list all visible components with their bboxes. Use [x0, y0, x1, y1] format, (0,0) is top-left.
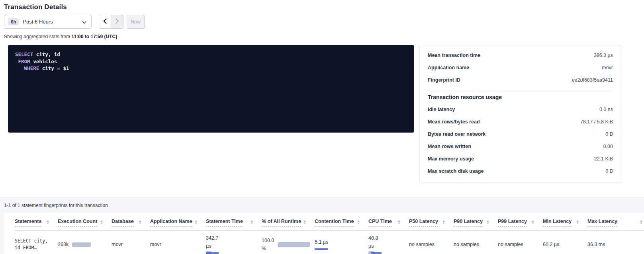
column-header-execution-count[interactable]: Execution Count: [58, 216, 112, 230]
cell-application-name: movr: [150, 242, 206, 247]
column-label: Application Name: [150, 219, 192, 227]
table-row: SELECT city,id FROM…263kmovrmovr342.7µs1…: [15, 231, 644, 254]
sort-arrows-icon: [640, 220, 642, 224]
bar-line: [371, 252, 382, 254]
cell-p90-latency: no samples: [454, 242, 498, 247]
sql-keyword: SELECT: [15, 51, 33, 57]
sort-arrows-icon: [195, 220, 197, 224]
stats-time-range: 11:00 to 17:59 (UTC): [71, 34, 117, 39]
summary-row: Idle latency0.0 ns: [428, 103, 613, 115]
column-header-database[interactable]: Database: [112, 216, 150, 230]
sql-text: vehicles: [30, 59, 57, 64]
column-header-p50-latency[interactable]: P50 Latency: [409, 216, 454, 230]
summary-value: 0 B: [605, 131, 613, 137]
chevron-left-icon: [103, 18, 107, 25]
statement-link-line: id FROM…: [15, 244, 53, 251]
column-header-statements[interactable]: Statements: [15, 216, 58, 230]
sort-arrows-icon: [303, 220, 306, 224]
sort-arrows-icon: [576, 220, 579, 224]
prev-time-button[interactable]: [99, 15, 111, 29]
summary-row: Max scratch disk usage0 B: [428, 165, 613, 177]
sort-arrows-icon: [357, 220, 360, 224]
summary-row: Mean rows/bytes read78.17 / 5.8 KiB: [428, 115, 613, 128]
column-label: P99 Latency: [498, 219, 527, 227]
cell-value: 40.8µs: [368, 234, 404, 250]
column-header-max-latency[interactable]: Max Latency: [587, 216, 644, 230]
cell-p50-latency: no samples: [409, 242, 454, 247]
value-bar: [368, 251, 392, 254]
sort-arrows-icon: [251, 220, 253, 224]
time-range-dropdown[interactable]: 6h Past 6 Hours: [4, 15, 92, 29]
summary-row: Application namemovr: [428, 61, 613, 74]
sort-arrows-icon: [139, 220, 141, 224]
time-range-label: Past 6 Hours: [23, 19, 82, 25]
summary-value: 22.1 KiB: [594, 156, 613, 162]
sql-text: city, id: [33, 51, 60, 57]
cell-value: 342.7µs: [206, 234, 257, 250]
chevron-down-icon: [82, 18, 86, 25]
column-header-contention-time[interactable]: Contention Time: [315, 216, 368, 230]
cell-p99-latency: no samples: [498, 242, 543, 247]
cell-database: movr: [112, 242, 150, 247]
sql-line: SELECT city, id: [15, 51, 407, 58]
sort-arrows-icon: [47, 220, 49, 224]
time-range-badge: 6h: [8, 18, 19, 25]
column-header-statement-time[interactable]: Statement Time: [206, 216, 262, 230]
transaction-summary-card: Mean transaction time386.3 µsApplication…: [419, 45, 621, 182]
column-header-cpu-time[interactable]: CPU Time: [368, 216, 409, 230]
column-header-of-all-runtime[interactable]: % of All Runtime: [262, 216, 315, 230]
cell-min-latency: 60.2 µs: [543, 242, 587, 247]
statements-section: 1-1 of 1 statement fingerprints for this…: [0, 198, 644, 254]
summary-label: Fingerprint ID: [428, 77, 460, 83]
column-label: Statements: [15, 219, 41, 227]
bar-line: [315, 248, 328, 250]
now-button[interactable]: Now: [127, 15, 145, 29]
summary-value: ee2df683f5aa9411: [572, 77, 613, 83]
next-time-button[interactable]: [111, 15, 123, 29]
column-label: Contention Time: [315, 219, 354, 227]
column-label: P50 Latency: [409, 219, 438, 227]
summary-row: Fingerprint IDee2df683f5aa9411: [428, 74, 613, 86]
sql-text: city = $1: [39, 65, 69, 71]
time-controls: 6h Past 6 Hours Now: [4, 15, 644, 29]
summary-value: movr: [602, 65, 613, 70]
page-title: Transaction Details: [4, 3, 644, 11]
sort-arrows-icon: [398, 220, 400, 224]
summary-row: Mean transaction time386.3 µs: [428, 49, 613, 61]
cell-execution-count: 263k: [58, 242, 112, 247]
sql-keyword: WHERE: [24, 65, 39, 71]
time-nav-group: [99, 15, 123, 29]
cell-statements[interactable]: SELECT city,id FROM…: [15, 238, 58, 251]
column-label: Execution Count: [58, 219, 97, 227]
summary-row: Mean rows written0.00: [428, 140, 613, 152]
column-header-p99-latency[interactable]: P99 Latency: [498, 216, 543, 230]
summary-label: Mean rows written: [428, 144, 471, 149]
sort-arrows-icon: [100, 220, 103, 224]
summary-label: Mean transaction time: [428, 53, 480, 58]
cell-statement-time: 342.7µs: [206, 234, 262, 254]
sort-arrows-icon: [487, 220, 489, 224]
statements-table-caption: 1-1 of 1 statement fingerprints for this…: [4, 203, 644, 208]
statement-link-line: SELECT city,: [15, 238, 53, 244]
summary-label: Bytes read over network: [428, 131, 485, 137]
column-header-p90-latency[interactable]: P90 Latency: [454, 216, 498, 230]
bar-line: [206, 252, 219, 254]
column-header-application-name[interactable]: Application Name: [150, 216, 206, 230]
value-bar: [72, 242, 91, 247]
sql-keyword: FROM: [18, 59, 30, 64]
cell-contention-time: 5.1 µs: [315, 238, 368, 251]
summary-value: 0.00: [603, 144, 613, 149]
summary-value: 386.3 µs: [594, 53, 613, 58]
statements-table: StatementsExecution CountDatabaseApplica…: [4, 213, 644, 254]
sql-line: WHERE city = $1: [15, 65, 407, 72]
summary-label: Mean rows/bytes read: [428, 119, 480, 125]
column-header-min-latency[interactable]: Min Latency: [543, 216, 587, 230]
cell-value: 263k: [58, 242, 69, 247]
sql-text: [15, 65, 24, 71]
summary-label: Idle latency: [428, 107, 455, 112]
cell-of-all-runtime: 100.0%: [262, 236, 315, 252]
column-label: Statement Time: [206, 219, 243, 227]
chevron-right-icon: [115, 18, 119, 25]
cell-value: 100.0%: [262, 236, 274, 252]
summary-label: Max memory usage: [428, 156, 474, 162]
